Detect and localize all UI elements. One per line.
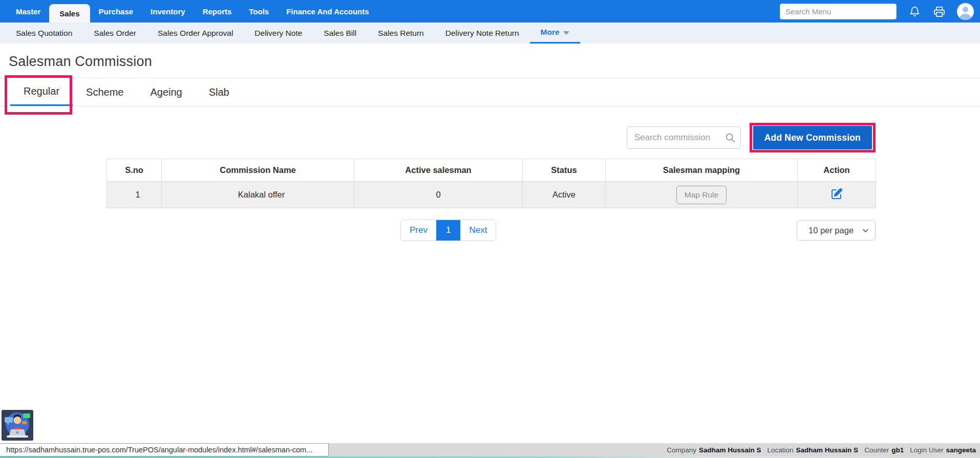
support-chat-widget[interactable]: [2, 410, 33, 441]
pagination-page-1-button[interactable]: 1: [436, 220, 460, 241]
location-label: Location: [768, 446, 794, 454]
status-login-user: Login User sangeeta: [910, 446, 976, 454]
edit-commission-button[interactable]: [830, 188, 843, 202]
login-user-value: sangeeta: [946, 446, 976, 454]
column-header-sno: S.no: [107, 159, 162, 182]
tab-regular[interactable]: Regular: [10, 78, 73, 106]
status-counter: Counter gb1: [864, 446, 904, 454]
browser-url-tooltip: https://sadhamhussain.true-pos.com/TrueP…: [0, 443, 329, 456]
nav-item-sales[interactable]: Sales: [49, 4, 90, 23]
status-company: Company Sadham Hussain S: [667, 446, 761, 454]
page-title: Salesman Commission: [9, 54, 980, 70]
nav-item-inventory[interactable]: Inventory: [142, 0, 194, 23]
subnav-delivery-note-return[interactable]: Delivery Note Return: [435, 23, 530, 43]
commission-table: S.no Commission Name Active salesman Sta…: [106, 159, 876, 208]
pagination: Prev 1 Next: [400, 220, 496, 241]
commission-table-header: S.no Commission Name Active salesman Sta…: [107, 159, 876, 182]
subnav-more-dropdown[interactable]: More: [530, 23, 580, 43]
map-rule-button[interactable]: Map Rule: [676, 186, 727, 204]
commission-toolbar: Add New Commission: [106, 123, 876, 152]
tab-regular-label: Regular: [24, 85, 59, 97]
company-label: Company: [667, 446, 696, 454]
subnav-sales-bill[interactable]: Sales Bill: [313, 23, 367, 43]
main-menu: Master Sales Purchase Inventory Reports …: [7, 0, 378, 23]
location-value: Sadham Hussain S: [796, 446, 859, 454]
tab-slab[interactable]: Slab: [196, 78, 243, 106]
add-new-commission-button[interactable]: Add New Commission: [753, 126, 872, 149]
notification-bell-icon[interactable]: [908, 5, 921, 18]
tab-scheme[interactable]: Scheme: [73, 78, 137, 106]
commission-search-input[interactable]: [627, 126, 741, 149]
tab-ageing[interactable]: Ageing: [137, 78, 195, 106]
subnav-more-label: More: [541, 28, 560, 37]
column-header-action: Action: [798, 159, 876, 182]
top-navbar: Master Sales Purchase Inventory Reports …: [0, 0, 980, 23]
subnav-delivery-note[interactable]: Delivery Note: [244, 23, 313, 43]
table-row: 1 Kalakal offer 0 Active Map Rule: [107, 182, 876, 208]
counter-value: gb1: [891, 446, 904, 454]
edit-icon: [830, 194, 843, 202]
column-header-active-salesman: Active salesman: [354, 159, 523, 182]
navbar-right: [780, 3, 974, 20]
column-header-salesman-mapping: Salesman mapping: [606, 159, 798, 182]
commission-search: [627, 126, 741, 149]
nav-item-reports[interactable]: Reports: [194, 0, 241, 23]
column-header-status: Status: [523, 159, 606, 182]
nav-item-purchase[interactable]: Purchase: [90, 0, 142, 23]
login-user-label: Login User: [910, 446, 943, 454]
per-page-select-wrap: 10 per page: [797, 220, 876, 241]
page-header: Salesman Commission: [0, 43, 980, 78]
commission-tabs: Regular Scheme Ageing Slab: [0, 78, 980, 106]
nav-item-master[interactable]: Master: [7, 0, 49, 23]
pagination-prev-button[interactable]: Prev: [401, 220, 436, 241]
subnav-sales-order-approval[interactable]: Sales Order Approval: [147, 23, 244, 43]
cell-status: Active: [523, 182, 606, 208]
nav-item-tools[interactable]: Tools: [240, 0, 278, 23]
column-header-commission-name: Commission Name: [162, 159, 354, 182]
annotation-highlight-add-button: Add New Commission: [750, 123, 876, 152]
per-page-select[interactable]: 10 per page: [797, 220, 876, 241]
cell-action: [798, 182, 876, 208]
commission-content: Add New Commission S.no Commission Name …: [106, 123, 876, 241]
counter-label: Counter: [864, 446, 889, 454]
pagination-next-button[interactable]: Next: [460, 220, 496, 241]
printer-icon[interactable]: [932, 5, 946, 18]
menu-search: [780, 4, 897, 19]
cell-salesman-mapping: Map Rule: [606, 182, 798, 208]
cell-active-salesman: 0: [354, 182, 523, 208]
menu-search-input[interactable]: [780, 4, 897, 19]
pagination-row: Prev 1 Next 10 per page: [106, 220, 876, 241]
sales-subnav: Sales Quotation Sales Order Sales Order …: [0, 23, 980, 43]
company-value: Sadham Hussain S: [699, 446, 761, 454]
subnav-sales-quotation[interactable]: Sales Quotation: [5, 23, 83, 43]
user-avatar[interactable]: [957, 3, 974, 20]
chevron-down-icon: [563, 31, 569, 35]
nav-item-finance[interactable]: Finance And Accounts: [278, 0, 377, 23]
status-location: Location Sadham Hussain S: [768, 446, 859, 454]
cell-commission-name: Kalakal offer: [162, 182, 354, 208]
subnav-sales-order[interactable]: Sales Order: [83, 23, 147, 43]
subnav-sales-return[interactable]: Sales Return: [367, 23, 435, 43]
search-icon: [725, 132, 736, 145]
cell-sno: 1: [107, 182, 162, 208]
